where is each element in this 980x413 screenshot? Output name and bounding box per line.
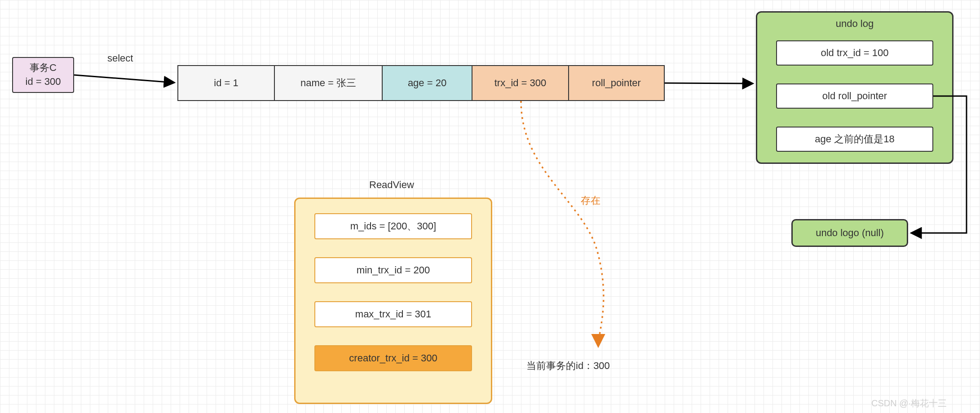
row-cell-name: name = 张三: [274, 65, 382, 101]
readview-creator-trx-id: creator_trx_id = 300: [314, 345, 472, 371]
current-txn-id-value: 300: [593, 360, 610, 371]
arrow-row-to-undo: [665, 83, 752, 83]
current-txn-id-text: 当前事务的id：: [526, 360, 593, 371]
readview-max-trx-id: max_trx_id = 301: [314, 301, 472, 327]
row-cell-id: id = 1: [177, 65, 274, 101]
undo-log-age-prev: age 之前的值是18: [776, 127, 933, 152]
select-label: select: [107, 53, 133, 64]
readview-m-ids: m_ids = [200、300]: [314, 213, 472, 239]
row-cell-roll-pointer: roll_pointer: [568, 65, 665, 101]
transaction-id: id = 300: [26, 75, 61, 89]
readview-title: ReadView: [369, 179, 414, 191]
exists-label: 存在: [581, 194, 600, 207]
current-txn-id-label: 当前事务的id：300: [526, 359, 610, 373]
arrow-exists: [521, 101, 604, 346]
transaction-title: 事务C: [30, 61, 57, 75]
transaction-box: 事务C id = 300: [12, 57, 74, 93]
readview-min-trx-id: min_trx_id = 200: [314, 257, 472, 283]
undo-null-box: undo logo (null): [791, 219, 908, 247]
row-cell-trx-id: trx_id = 300: [472, 65, 568, 101]
undo-log-title: undo log: [756, 18, 954, 30]
arrow-txn-to-row: [74, 75, 174, 83]
row-cell-age: age = 20: [382, 65, 472, 101]
undo-log-old-roll-pointer: old roll_pointer: [776, 83, 933, 109]
undo-log-old-trx-id: old trx_id = 100: [776, 40, 933, 66]
watermark: CSDN @·梅花十三: [871, 397, 947, 409]
